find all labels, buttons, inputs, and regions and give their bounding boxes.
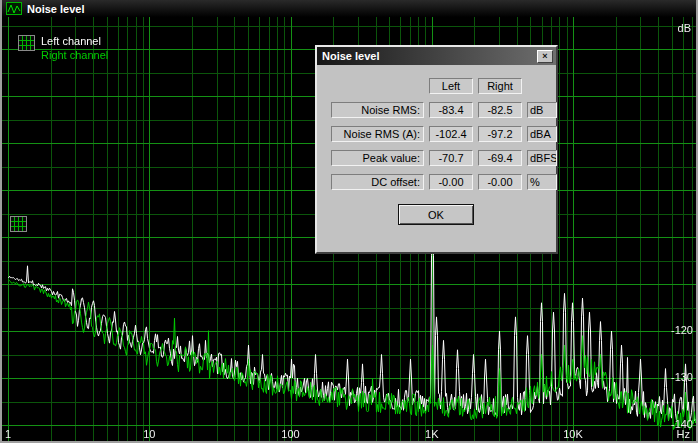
legend-left-channel: Left channel (41, 35, 108, 47)
grid-icon-secondary[interactable] (10, 216, 27, 232)
unit-label: dB (527, 102, 557, 118)
unit-label: % (527, 174, 557, 190)
unit-label: dBA (527, 126, 557, 142)
x-tick-label: 10K (557, 428, 589, 440)
app-icon (6, 2, 22, 15)
value-right: -0.00 (478, 174, 522, 190)
value-left: -102.4 (429, 126, 473, 142)
results-table: Left Right Noise RMS:-83.4-82.5dBNoise R… (331, 78, 556, 190)
legend: Left channel Right channel (18, 35, 108, 61)
column-header-left: Left (429, 78, 473, 94)
value-left: -0.00 (429, 174, 473, 190)
y-axis-unit-label: dB (678, 22, 691, 34)
legend-labels: Left channel Right channel (41, 35, 108, 61)
window-titlebar[interactable]: Noise level (2, 0, 696, 17)
window-title: Noise level (27, 3, 84, 15)
legend-right-channel: Right channel (41, 49, 108, 61)
y-tick-label: -130 (671, 371, 693, 383)
ok-button[interactable]: OK (398, 204, 474, 225)
value-left: -70.7 (429, 150, 473, 166)
close-icon[interactable]: × (537, 50, 553, 63)
dialog-titlebar[interactable]: Noise level × (317, 47, 556, 65)
row-label: Noise RMS: (331, 102, 424, 118)
row-label: DC offset: (331, 174, 424, 190)
plot-area: Left channel Right channel dB Noise leve… (2, 17, 696, 441)
x-tick-label: 1K (416, 428, 448, 440)
column-header-right: Right (478, 78, 522, 94)
grid-toggle-icon[interactable] (18, 35, 35, 51)
row-label: Peak value: (331, 150, 424, 166)
value-right: -82.5 (478, 102, 522, 118)
x-tick-label: 1 (2, 428, 24, 440)
unit-label: dBFS (527, 150, 557, 166)
y-tick-label: -140 (671, 418, 693, 430)
value-left: -83.4 (429, 102, 473, 118)
y-tick-label: -120 (671, 324, 693, 336)
row-label: Noise RMS (A): (331, 126, 424, 142)
noise-level-dialog: Noise level × Left Right Noise RMS:-83.4… (315, 45, 558, 254)
dialog-body: Left Right Noise RMS:-83.4-82.5dBNoise R… (317, 65, 556, 225)
value-right: -97.2 (478, 126, 522, 142)
noise-level-window: Noise level Left channel Right channel d… (0, 0, 698, 443)
x-tick-label: 100 (275, 428, 307, 440)
value-right: -69.4 (478, 150, 522, 166)
dialog-title: Noise level (322, 50, 379, 62)
x-tick-label: 10 (133, 428, 165, 440)
